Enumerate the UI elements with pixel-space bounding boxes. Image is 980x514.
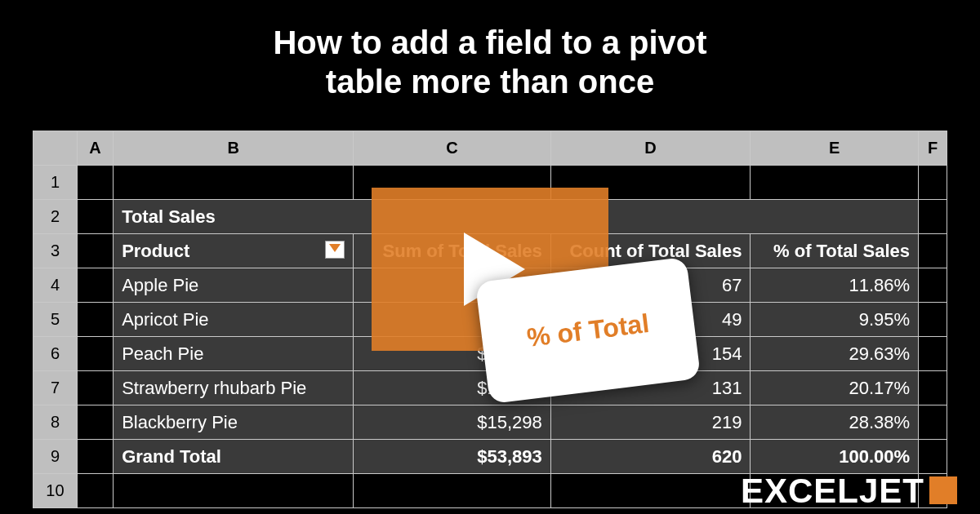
row-header-2[interactable]: 2 [33,200,78,234]
row-9: 9 Grand Total $53,893 620 100.00% [33,440,947,474]
cell-F7[interactable] [919,371,947,405]
brand-accent-icon [929,476,957,504]
cell-grand-count[interactable]: 620 [550,440,751,474]
row-8: 8 Blackberry Pie $15,298 219 28.38% [33,405,947,440]
cell-pct-3[interactable]: 20.17% [751,371,919,405]
cell-sum-4[interactable]: $15,298 [354,405,551,440]
pivot-header-pct[interactable]: % of Total Sales [751,234,919,268]
column-header-row: A B C D E F [33,131,947,166]
cell-count-4[interactable]: 219 [550,405,751,440]
cell-B10[interactable] [114,474,354,508]
cell-F4[interactable] [919,268,947,303]
cell-F1[interactable] [919,166,947,200]
cell-grand-product[interactable]: Grand Total [114,440,354,474]
cell-product-4[interactable]: Blackberry Pie [114,405,354,440]
callout-card: % of Total [475,257,701,405]
video-thumbnail: How to add a field to a pivot table more… [0,0,980,514]
cell-A10[interactable] [77,474,113,508]
col-header-D[interactable]: D [550,131,751,166]
select-all-corner[interactable] [33,131,78,166]
cell-E1[interactable] [751,166,919,200]
row-header-9[interactable]: 9 [33,440,78,474]
cell-A2[interactable] [77,200,113,234]
page-title: How to add a field to a pivot table more… [0,0,980,101]
col-header-A[interactable]: A [77,131,113,166]
cell-pct-0[interactable]: 11.86% [751,268,919,303]
cell-F9[interactable] [919,440,947,474]
pivot-header-product-label: Product [122,241,189,261]
row-header-3[interactable]: 3 [33,234,78,268]
callout-label: % of Total [525,308,651,352]
cell-pct-4[interactable]: 28.38% [751,405,919,440]
cell-F8[interactable] [919,405,947,440]
cell-F5[interactable] [919,303,947,337]
cell-grand-pct[interactable]: 100.00% [751,440,919,474]
row-header-5[interactable]: 5 [33,303,78,337]
row-header-7[interactable]: 7 [33,371,78,405]
col-header-B[interactable]: B [114,131,354,166]
title-line-2: table more than once [0,62,980,101]
cell-A3[interactable] [77,234,113,268]
pivot-header-product[interactable]: Product [114,234,354,268]
col-header-E[interactable]: E [751,131,919,166]
cell-D10[interactable] [550,474,751,508]
cell-F6[interactable] [919,337,947,371]
cell-product-1[interactable]: Apricot Pie [114,303,354,337]
row-header-8[interactable]: 8 [33,405,78,440]
cell-product-3[interactable]: Strawberry rhubarb Pie [114,371,354,405]
chevron-down-icon [329,244,341,252]
cell-A9[interactable] [77,440,113,474]
cell-A6[interactable] [77,337,113,371]
brand-logo: EXCELJET [741,472,957,511]
col-header-C[interactable]: C [354,131,551,166]
title-line-1: How to add a field to a pivot [0,23,980,62]
cell-C10[interactable] [354,474,551,508]
row-header-4[interactable]: 4 [33,268,78,303]
cell-A4[interactable] [77,268,113,303]
cell-A8[interactable] [77,405,113,440]
row-header-1[interactable]: 1 [33,166,78,200]
filter-dropdown-button[interactable] [325,241,345,259]
cell-A5[interactable] [77,303,113,337]
cell-F3[interactable] [919,234,947,268]
cell-product-2[interactable]: Peach Pie [114,337,354,371]
row-header-6[interactable]: 6 [33,337,78,371]
cell-A7[interactable] [77,371,113,405]
col-header-F[interactable]: F [919,131,947,166]
cell-grand-sum[interactable]: $53,893 [354,440,551,474]
cell-pct-2[interactable]: 29.63% [751,337,919,371]
svg-marker-0 [329,244,341,252]
cell-B1[interactable] [114,166,354,200]
brand-text: EXCELJET [741,472,924,510]
cell-product-0[interactable]: Apple Pie [114,268,354,303]
cell-F2[interactable] [919,200,947,234]
row-header-10[interactable]: 10 [33,474,78,508]
cell-pct-1[interactable]: 9.95% [751,303,919,337]
cell-A1[interactable] [77,166,113,200]
